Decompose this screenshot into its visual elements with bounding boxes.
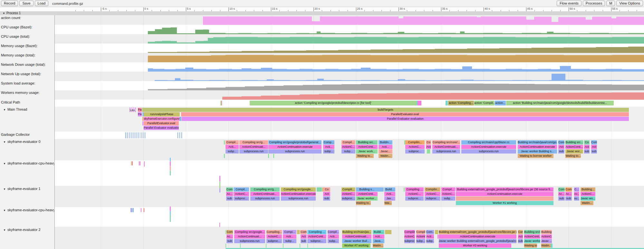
chart-memory-usage-total[interactable]	[0, 53, 644, 62]
trace-event-bar[interactable]	[220, 101, 221, 105]
trace-event-bar[interactable]: Compil...	[226, 140, 239, 144]
trace-event-sliver[interactable]	[170, 162, 171, 166]
trace-event-bar[interactable]	[437, 234, 438, 239]
trace-event-bar[interactable]: Act	[323, 192, 330, 196]
trace-event-sliver[interactable]	[129, 132, 130, 138]
trace-event-bar[interactable]: ActionC...	[341, 192, 355, 196]
trace-event-bar[interactable]: Ac...	[226, 234, 233, 239]
trace-event-bar[interactable]: Building ...	[541, 230, 552, 234]
trace-event-bar[interactable]: ActionContinuati...	[250, 192, 280, 196]
collapse-arrow-icon[interactable]: ▼	[3, 141, 6, 144]
trace-event-bar[interactable]	[297, 230, 299, 234]
trace-event-bar[interactable]: Wai...	[384, 201, 392, 205]
trace-event-bar[interactable]: subproc...	[425, 196, 440, 201]
trace-event-bar[interactable]: subproc...	[404, 239, 415, 243]
trace-event-bar[interactable]: ActionContinuation.execute	[281, 192, 316, 196]
trace-event-bar[interactable]: sub	[558, 196, 565, 201]
chart-cpu-usage-total[interactable]	[0, 35, 644, 44]
trace-event-bar[interactable]: Compiling src/google...	[281, 187, 316, 192]
trace-event-bar[interactable]: buildTargets	[142, 108, 629, 112]
trace-event-bar[interactable]: subp...	[416, 239, 425, 243]
chart-workers-memory-usage[interactable]	[0, 91, 644, 100]
trace-event-bar[interactable]: subproc...	[341, 196, 355, 201]
trace-event-bar[interactable]	[268, 154, 269, 158]
trace-event-bar[interactable]: ActionContinuati...	[342, 234, 371, 239]
trace-event-bar[interactable]: ActionContinuation.execute	[456, 192, 553, 196]
trace-event-bar[interactable]: Compil...	[341, 140, 355, 144]
trace-event-bar[interactable]: Building external/com_google_protobuf/ja…	[439, 230, 516, 234]
trace-event-bar[interactable]: Com	[565, 187, 572, 192]
trace-event-bar[interactable]: subp...	[323, 149, 334, 154]
trace-event-bar[interactable]: Co	[584, 140, 590, 144]
collapse-arrow-icon[interactable]: ▼	[3, 108, 6, 111]
trace-event-bar[interactable]: subprocess.run	[250, 196, 280, 201]
trace-event-bar[interactable]: subp...	[441, 196, 455, 201]
trace-event-bar[interactable]: subprocess.run	[281, 196, 316, 201]
trace-event-sliver[interactable]	[170, 158, 171, 162]
trace-event-bar[interactable]: action 'Compiling src/google/protobuf/de…	[250, 101, 417, 105]
trace-event-bar[interactable]: Act	[301, 234, 307, 239]
trace-event-bar[interactable]: subp...	[226, 149, 239, 154]
trace-event-sliver[interactable]	[133, 132, 133, 138]
trace-event-sliver[interactable]	[170, 215, 171, 222]
trace-event-bar[interactable]	[266, 244, 266, 248]
trace-event-bar[interactable]: subproc...	[266, 239, 282, 243]
trace-event-bar[interactable]: subproc...	[307, 239, 326, 243]
trace-event-bar[interactable]: action 'Building src/main/java/com/googl…	[506, 101, 614, 105]
trace-event-bar[interactable]: Com	[558, 187, 565, 192]
collapse-arrow-icon[interactable]: ▼	[3, 162, 6, 165]
trace-event-sliver[interactable]	[178, 132, 178, 138]
trace-event-bar[interactable]: Com...	[426, 230, 434, 234]
trace-event-bar[interactable]: Compi...	[283, 230, 296, 234]
trace-event-bar[interactable]: Parallel Evaluator evaluation	[144, 126, 179, 130]
trace-event-bar[interactable]	[180, 117, 181, 121]
trace-event-bar[interactable]: Java...	[373, 239, 384, 243]
trace-event-bar[interactable]: Co	[323, 187, 330, 192]
trace-event-bar[interactable]	[224, 154, 225, 158]
collapse-arrow-icon[interactable]: ▼	[3, 229, 6, 232]
trace-event-bar[interactable]	[221, 101, 222, 105]
trace-event-bar[interactable]: Compiling src/main/cpp/blaze.cc	[461, 140, 516, 144]
trace-event-sliver[interactable]	[144, 208, 144, 212]
trace-event-sliver[interactable]	[181, 132, 182, 138]
trace-event-bar[interactable]	[283, 244, 284, 248]
trace-event-bar[interactable]	[224, 140, 225, 144]
trace-event-bar[interactable]	[226, 244, 226, 248]
trace-event-bar[interactable]: Javac worker...	[356, 196, 378, 201]
trace-event-bar[interactable]	[307, 244, 308, 248]
trace-event-bar[interactable]: Waiting to borrow worker	[518, 154, 553, 158]
trace-event-bar[interactable]: subprocess.run	[432, 149, 460, 154]
trace-event-bar[interactable]: Worker #7 working	[342, 244, 370, 248]
trace-event-bar[interactable]: Ac...	[574, 192, 579, 196]
trace-event-bar[interactable]: subprocess.run	[239, 149, 268, 154]
trace-event-bar[interactable]: ActionC...	[341, 145, 355, 149]
trace-event-bar[interactable]: Com	[591, 140, 597, 144]
trace-event-bar[interactable]: ActionC...	[581, 192, 595, 196]
trace-event-bar[interactable]: subp...	[328, 239, 339, 243]
trace-event-bar[interactable]	[317, 187, 322, 192]
trace-event-bar[interactable]	[273, 154, 274, 158]
trace-event-bar[interactable]: Com	[226, 187, 233, 192]
trace-event-bar[interactable]: Building src/ma...	[524, 230, 540, 234]
trace-event-bar[interactable]: skyframeExecutor.configureTargets	[144, 117, 180, 121]
trace-event-bar[interactable]: Waiting to...	[565, 154, 581, 158]
trace-event-bar[interactable]: Compiling ...	[405, 187, 424, 192]
trace-event-bar[interactable]: ActionC...	[541, 234, 552, 239]
trace-event-bar[interactable]: ActionC...	[405, 145, 425, 149]
trace-event-bar[interactable]: ActionC...	[404, 234, 415, 239]
trace-event-bar[interactable]: Waitin...	[541, 244, 551, 248]
trace-event-bar[interactable]: Acti...	[373, 234, 384, 239]
trace-event-bar[interactable]	[226, 230, 226, 234]
trace-event-bar[interactable]: ActionContinuati...	[234, 234, 265, 239]
trace-event-bar[interactable]: Acti...	[283, 234, 296, 239]
trace-event-bar[interactable]: ParallelEvaluator.eval	[144, 121, 179, 125]
trace-event-bar[interactable]: sub	[591, 149, 597, 154]
chart-memory-usage-bazel[interactable]	[0, 44, 644, 53]
trace-event-bar[interactable]: Compiling src/google/protobuf/generat...	[268, 140, 322, 144]
trace-event-bar[interactable]	[404, 187, 405, 192]
trace-event-sliver[interactable]	[170, 171, 171, 175]
trace-event-bar[interactable]: Act	[558, 145, 564, 149]
trace-event-sliver[interactable]	[139, 161, 139, 165]
trace-event-bar[interactable]: ActionContinuation.execute	[461, 145, 516, 149]
trace-event-sliver[interactable]	[131, 132, 131, 138]
